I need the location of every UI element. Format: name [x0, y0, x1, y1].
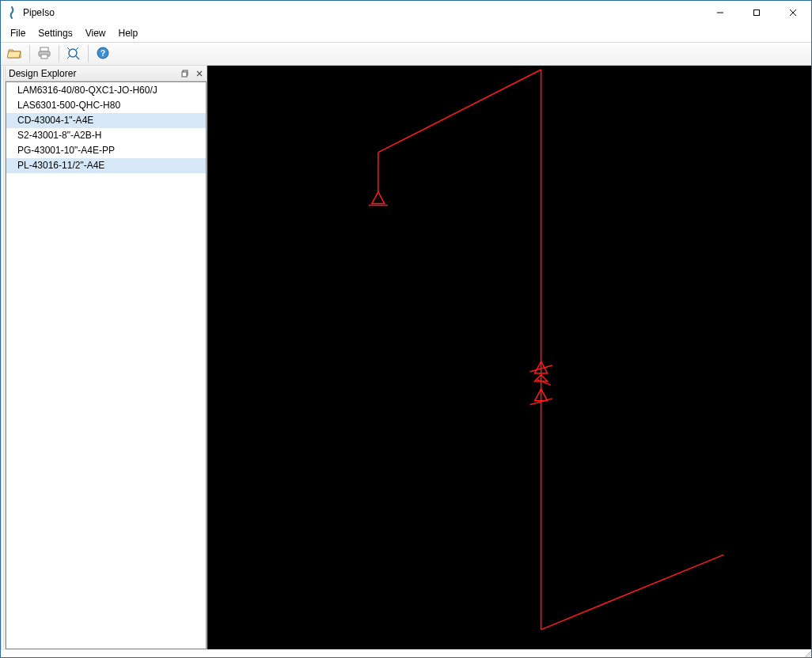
minimize-button[interactable]	[702, 1, 738, 25]
tree-item[interactable]: PG-43001-10"-A4E-PP	[6, 143, 206, 158]
panel-close-button[interactable]	[192, 67, 207, 80]
resize-grip[interactable]	[802, 649, 811, 657]
toolbar: ?	[1, 42, 811, 66]
svg-rect-4	[40, 47, 48, 51]
maximize-button[interactable]	[738, 1, 775, 25]
help-icon: ?	[95, 46, 111, 62]
app-title: PipeIso	[23, 7, 702, 18]
statusbar	[1, 649, 811, 657]
tree-item[interactable]: PL-43016-11/2"-A4E	[6, 158, 206, 173]
toolbar-separator	[29, 45, 30, 62]
svg-rect-1	[754, 10, 760, 16]
tree-item[interactable]: S2-43001-8"-A2B-H	[6, 128, 206, 143]
toolbar-separator	[88, 45, 89, 62]
print-icon	[36, 46, 52, 62]
svg-text:?: ?	[101, 49, 105, 58]
open-button[interactable]	[4, 43, 26, 64]
svg-line-10	[76, 47, 78, 50]
tree-item[interactable]: CD-43004-1"-A4E	[6, 113, 206, 128]
design-explorer-title: Design Explorer	[9, 68, 76, 79]
main-area: Design Explorer LAM6316-40/80-QXC1-JO-H6…	[1, 66, 811, 649]
svg-line-9	[67, 47, 70, 50]
design-explorer-panel: Design Explorer LAM6316-40/80-QXC1-JO-H6…	[6, 66, 207, 649]
window-controls	[702, 1, 811, 25]
menubar: File Settings View Help	[1, 25, 811, 42]
svg-rect-15	[182, 72, 187, 77]
tree-item[interactable]: LAS6301-500-QHC-H80	[6, 98, 206, 113]
svg-line-11	[67, 56, 70, 59]
app-window: PipeIso File Settings View Help	[0, 0, 812, 658]
menu-view[interactable]: View	[79, 26, 112, 40]
open-folder-icon	[7, 46, 23, 62]
toolbar-separator	[59, 45, 59, 62]
menu-help[interactable]: Help	[112, 26, 145, 40]
tree-item[interactable]: LAM6316-40/80-QXC1-JO-H60/J	[6, 83, 206, 98]
menu-file[interactable]: File	[4, 26, 32, 40]
titlebar: PipeIso	[1, 1, 811, 25]
svg-point-7	[69, 49, 77, 57]
menu-settings[interactable]: Settings	[32, 26, 78, 40]
panel-float-button[interactable]	[178, 67, 192, 80]
viewport-3d[interactable]	[207, 66, 811, 649]
zoom-extents-button[interactable]	[63, 43, 85, 64]
help-button[interactable]: ?	[92, 43, 114, 64]
close-button[interactable]	[775, 1, 811, 25]
svg-rect-18	[207, 66, 811, 649]
design-explorer-header: Design Explorer	[6, 66, 207, 81]
app-icon	[6, 6, 18, 19]
svg-line-8	[76, 56, 79, 59]
svg-rect-6	[41, 55, 47, 59]
print-button[interactable]	[33, 43, 55, 64]
design-explorer-tree[interactable]: LAM6316-40/80-QXC1-JO-H60/JLAS6301-500-Q…	[6, 81, 207, 649]
zoom-extents-icon	[66, 46, 82, 62]
